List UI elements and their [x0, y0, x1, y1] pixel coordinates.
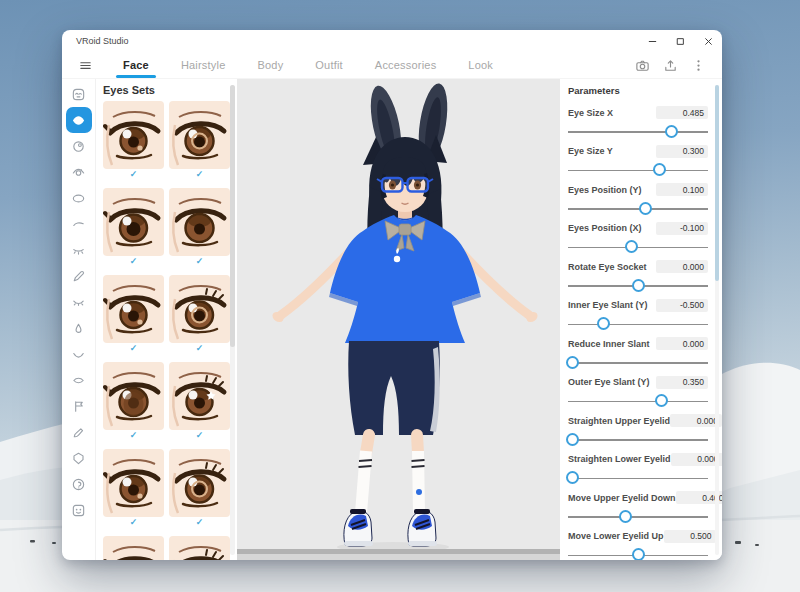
eye-style-item[interactable]: ✓: [103, 362, 164, 449]
eye-style-thumbnail[interactable]: [169, 275, 230, 343]
sidebar-item-mouth[interactable]: [66, 341, 92, 367]
eye-style-thumbnail[interactable]: [103, 449, 164, 517]
parameter-value[interactable]: 0.500: [664, 530, 716, 543]
tab-look[interactable]: Look: [456, 52, 505, 78]
parameter-slider[interactable]: [568, 161, 708, 181]
maximize-button[interactable]: [666, 30, 694, 52]
eye-style-thumbnail[interactable]: [169, 362, 230, 430]
parameter-slider[interactable]: [568, 430, 708, 450]
slider-handle[interactable]: [665, 125, 678, 138]
tab-face[interactable]: Face: [111, 52, 161, 78]
eye-style-thumbnail[interactable]: [103, 536, 164, 560]
tab-outfit[interactable]: Outfit: [303, 52, 355, 78]
camera-button[interactable]: [635, 58, 650, 73]
eye-style-item[interactable]: ✓: [169, 101, 230, 188]
parameter-value[interactable]: -0.500: [656, 299, 708, 312]
slider-track[interactable]: [568, 439, 708, 441]
slider-handle[interactable]: [632, 548, 645, 560]
eye-style-thumbnail[interactable]: [169, 101, 230, 169]
parameter-value[interactable]: 0.485: [656, 106, 708, 119]
sidebar-item-face-paint[interactable]: [66, 393, 92, 419]
parameter-value[interactable]: 0.350: [656, 376, 708, 389]
sidebar-item-expression[interactable]: [66, 497, 92, 523]
parameter-slider[interactable]: [568, 546, 708, 561]
sidebar-item-eyes[interactable]: [66, 107, 92, 133]
parameter-slider[interactable]: [568, 353, 708, 373]
parameter-slider[interactable]: [568, 238, 708, 258]
slider-track[interactable]: [568, 516, 708, 518]
sidebar-item-head-hair[interactable]: [66, 471, 92, 497]
eye-style-item[interactable]: ✓: [103, 101, 164, 188]
sidebar-item-iris[interactable]: [66, 133, 92, 159]
3d-viewport[interactable]: [237, 79, 560, 560]
eye-style-thumbnail[interactable]: [169, 188, 230, 256]
eye-style-thumbnail[interactable]: [103, 275, 164, 343]
slider-handle[interactable]: [566, 433, 579, 446]
eye-style-item[interactable]: ✓: [103, 188, 164, 275]
slider-track[interactable]: [568, 478, 708, 480]
slider-handle[interactable]: [566, 356, 579, 369]
parameter-slider[interactable]: [568, 276, 708, 296]
slider-handle[interactable]: [625, 240, 638, 253]
sidebar-item-eyelash[interactable]: [66, 237, 92, 263]
parameter-slider[interactable]: [568, 122, 708, 142]
sidebar-item-face-preset[interactable]: [66, 81, 92, 107]
thumbnail-scrollbar[interactable]: [230, 85, 235, 555]
eye-style-item[interactable]: ✓: [169, 449, 230, 536]
slider-handle[interactable]: [655, 394, 668, 407]
eye-style-item[interactable]: ✓: [103, 449, 164, 536]
slider-handle[interactable]: [566, 471, 579, 484]
slider-track[interactable]: [568, 170, 708, 172]
parameter-slider[interactable]: [568, 469, 708, 489]
slider-handle[interactable]: [639, 202, 652, 215]
sidebar-item-lips[interactable]: [66, 367, 92, 393]
slider-handle[interactable]: [619, 510, 632, 523]
sidebar-item-eyeliner[interactable]: [66, 263, 92, 289]
sidebar-item-eyebrow[interactable]: [66, 211, 92, 237]
sidebar-item-nose[interactable]: [66, 315, 92, 341]
slider-track[interactable]: [568, 401, 708, 403]
more-options-button[interactable]: [691, 58, 706, 73]
parameter-value[interactable]: 0.000: [656, 337, 708, 350]
parameter-slider[interactable]: [568, 507, 708, 527]
parameter-value[interactable]: -0.100: [656, 222, 708, 235]
parameter-slider[interactable]: [568, 315, 708, 335]
parameter-value[interactable]: 0.300: [656, 145, 708, 158]
parameter-slider[interactable]: [568, 199, 708, 219]
export-button[interactable]: [663, 58, 678, 73]
tab-body[interactable]: Body: [245, 52, 295, 78]
eye-style-thumbnail[interactable]: [169, 449, 230, 517]
sidebar-item-eye-white[interactable]: [66, 185, 92, 211]
slider-track[interactable]: [568, 131, 708, 133]
slider-track[interactable]: [568, 247, 708, 249]
parameter-value[interactable]: 0.000: [656, 260, 708, 273]
parameter-slider[interactable]: [568, 392, 708, 412]
parameter-value[interactable]: 0.100: [656, 183, 708, 196]
thumbnail-scrollbar-thumb[interactable]: [230, 85, 235, 347]
eye-style-item[interactable]: ✓: [103, 275, 164, 362]
slider-handle[interactable]: [653, 163, 666, 176]
minimize-button[interactable]: [638, 30, 666, 52]
parameters-scrollbar[interactable]: [715, 85, 719, 555]
slider-track[interactable]: [568, 362, 708, 364]
tab-accessories[interactable]: Accessories: [363, 52, 449, 78]
parameters-scrollbar-thumb[interactable]: [715, 85, 719, 281]
slider-track[interactable]: [568, 324, 708, 326]
sidebar-item-eyelid[interactable]: [66, 289, 92, 315]
eye-style-item[interactable]: [103, 536, 164, 560]
sidebar-item-eye-highlight[interactable]: [66, 159, 92, 185]
tab-hairstyle[interactable]: Hairstyle: [169, 52, 238, 78]
eye-style-item[interactable]: ✓: [169, 188, 230, 275]
eye-style-thumbnail[interactable]: [103, 362, 164, 430]
menu-button[interactable]: [78, 58, 93, 73]
eye-style-thumbnail[interactable]: [169, 536, 230, 560]
eye-style-item[interactable]: [169, 536, 230, 560]
eye-style-thumbnail[interactable]: [103, 101, 164, 169]
sidebar-item-makeup-brush[interactable]: [66, 419, 92, 445]
eye-style-item[interactable]: ✓: [169, 275, 230, 362]
slider-handle[interactable]: [597, 317, 610, 330]
sidebar-item-face-outline[interactable]: [66, 445, 92, 471]
close-button[interactable]: [694, 30, 722, 52]
eye-style-item[interactable]: ✓: [169, 362, 230, 449]
eye-style-thumbnail[interactable]: [103, 188, 164, 256]
